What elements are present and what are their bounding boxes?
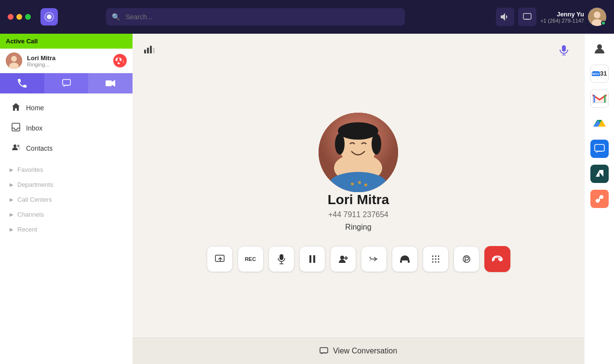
search-input[interactable]: [106, 8, 405, 26]
decline-call-button[interactable]: ↓: [113, 54, 127, 67]
end-call-button[interactable]: [484, 246, 510, 272]
hold-button[interactable]: [299, 246, 325, 272]
active-call-item[interactable]: Lori Mitra Ringing... ↓: [0, 49, 133, 73]
svg-rect-33: [280, 254, 283, 260]
svg-point-49: [432, 261, 433, 263]
sidebar-item-home[interactable]: Home: [2, 98, 131, 118]
collapsible-call-centers[interactable]: ▶ Call Centers: [0, 192, 133, 207]
message-button[interactable]: [518, 8, 536, 26]
svg-rect-37: [313, 255, 315, 263]
share-screen-button[interactable]: [207, 246, 233, 272]
titlebar: 🔍 Jenny Yu +1 (264) 279-1147: [0, 0, 614, 34]
contacts-label: Contacts: [26, 144, 53, 152]
contact-phone: +44 7911 237654: [328, 210, 388, 219]
dock-user-icon[interactable]: [590, 39, 609, 58]
search-icon: 🔍: [112, 13, 120, 21]
svg-point-7: [11, 56, 17, 62]
svg-point-12: [13, 144, 16, 147]
dock-calendar[interactable]: NOV 31: [590, 65, 609, 83]
dock-drive[interactable]: [590, 115, 609, 133]
svg-rect-17: [153, 48, 155, 53]
svg-point-54: [597, 44, 602, 49]
header-right: Jenny Yu +1 (264) 279-1147: [496, 8, 606, 26]
svg-rect-9: [63, 79, 70, 85]
call-controls: REC: [207, 246, 510, 272]
content-topbar: [133, 34, 584, 66]
inbox-label: Inbox: [26, 124, 42, 132]
mute-button[interactable]: [268, 246, 294, 272]
svg-point-29: [351, 182, 354, 185]
audio-call-button[interactable]: [0, 73, 44, 93]
svg-point-51: [438, 261, 439, 263]
svg-point-47: [435, 259, 436, 260]
dock-zendesk[interactable]: [590, 165, 609, 183]
svg-point-38: [340, 256, 344, 260]
record-label: REC: [245, 256, 256, 262]
svg-point-52: [463, 256, 470, 262]
nav-section: Home Inbox: [0, 94, 133, 162]
favorites-label: Favorites: [17, 166, 43, 173]
caller-name: Lori Mitra: [27, 54, 108, 62]
chevron-right-icon: ▶: [10, 212, 13, 217]
chevron-right-icon: ▶: [10, 182, 13, 187]
svg-rect-36: [309, 255, 311, 263]
chat-button[interactable]: [44, 73, 89, 93]
conversation-icon: [320, 347, 328, 355]
user-info: Jenny Yu +1 (264) 279-1147: [540, 8, 606, 26]
contact-name: Lori Mitra: [328, 192, 389, 208]
user-name: Jenny Yu: [540, 11, 584, 18]
call-status: Ringing: [345, 223, 371, 232]
mic-button[interactable]: [555, 41, 573, 59]
collapsible-departments[interactable]: ▶ Departments: [0, 177, 133, 192]
minimize-button[interactable]: [16, 14, 22, 20]
record-button[interactable]: REC: [238, 246, 264, 272]
svg-rect-14: [144, 50, 146, 53]
collapsibles-section: ▶ Favorites ▶ Departments ▶ Call Centers…: [0, 162, 133, 237]
view-conversation-bar[interactable]: View Conversation: [133, 338, 584, 364]
add-participant-button[interactable]: [330, 246, 356, 272]
video-call-button[interactable]: [88, 73, 133, 93]
sidebar: Active Call Lori Mitra Ringing... ↓: [0, 34, 133, 364]
close-button[interactable]: [8, 14, 13, 20]
app-dock: NOV 31: [584, 34, 614, 364]
transfer-button[interactable]: [361, 246, 387, 272]
signal-icon: [144, 45, 155, 56]
svg-point-25: [338, 122, 378, 140]
channels-label: Channels: [17, 211, 44, 218]
collapsible-channels[interactable]: ▶ Channels: [0, 207, 133, 222]
sidebar-item-contacts[interactable]: Contacts: [2, 138, 131, 158]
caller-avatar: [6, 52, 22, 69]
calendar-date: 31: [600, 68, 607, 79]
svg-point-46: [432, 259, 433, 260]
call-centers-label: Call Centers: [17, 196, 52, 203]
departments-label: Departments: [17, 181, 53, 188]
svg-rect-2: [523, 13, 531, 19]
svg-rect-56: [595, 144, 604, 151]
svg-rect-16: [150, 46, 152, 53]
svg-rect-10: [106, 80, 112, 86]
maximize-button[interactable]: [25, 14, 31, 20]
sidebar-item-inbox[interactable]: Inbox: [2, 118, 131, 138]
contact-avatar: [319, 113, 398, 192]
traffic-lights: [8, 14, 31, 20]
keypad-button[interactable]: [423, 246, 449, 272]
dock-messages[interactable]: [590, 140, 609, 158]
collapsible-recent[interactable]: ▶ Recent: [0, 222, 133, 237]
dock-crm[interactable]: [590, 190, 609, 208]
svg-point-48: [438, 259, 439, 260]
content-area: Lori Mitra +44 7911 237654 Ringing REC: [133, 34, 584, 364]
audio-device-button[interactable]: [392, 246, 418, 272]
svg-rect-15: [147, 48, 149, 53]
chevron-right-icon: ▶: [10, 227, 13, 232]
svg-point-30: [358, 181, 361, 184]
call-actions-bar: [0, 73, 133, 94]
speaker-button[interactable]: [496, 8, 514, 26]
park-button[interactable]: [454, 246, 480, 272]
app-logo: [40, 8, 58, 26]
svg-rect-42: [408, 260, 410, 263]
dock-gmail[interactable]: [590, 90, 609, 108]
svg-point-58: [596, 199, 600, 203]
svg-point-45: [438, 256, 439, 257]
collapsible-favorites[interactable]: ▶ Favorites: [0, 162, 133, 177]
caller-info: Lori Mitra Ringing...: [27, 54, 108, 67]
